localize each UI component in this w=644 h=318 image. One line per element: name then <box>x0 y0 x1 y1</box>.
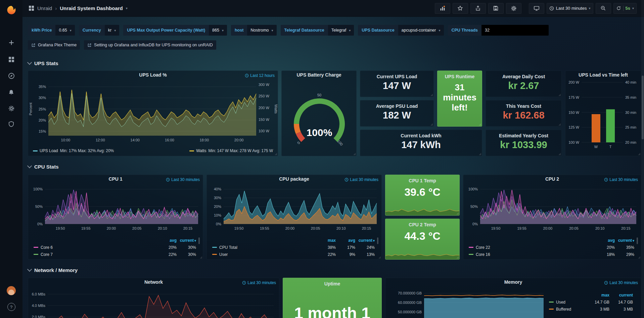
chevron-down-icon: ▾ <box>222 29 224 32</box>
legend-series-toggle[interactable]: User <box>212 252 316 257</box>
refresh-picker[interactable]: 5s ▾ <box>613 3 637 14</box>
panel-title[interactable]: Uptime <box>283 281 381 286</box>
legend-series-toggle[interactable]: Used <box>549 300 586 305</box>
svg-text:200 W: 200 W <box>568 80 579 84</box>
variable-value-dropdown[interactable]: 0.65▾ <box>55 25 75 36</box>
svg-text:100%: 100% <box>307 127 332 138</box>
panel-time-range[interactable]: Last 30 minutes <box>604 177 638 182</box>
panel-title[interactable]: UPS Load % <box>28 72 278 78</box>
legend-scrollbar[interactable] <box>637 237 638 244</box>
link-grafana-plex-theme[interactable]: Grafana Plex Theme <box>28 40 80 50</box>
svg-text:30%: 30% <box>214 196 221 200</box>
star-button[interactable] <box>453 3 468 14</box>
panel-time-range[interactable]: Last 12 hours <box>245 73 275 78</box>
legend-scrollbar[interactable] <box>198 237 200 244</box>
breadcrumb-folder[interactable]: Unraid <box>37 5 52 11</box>
svg-text:60.000000 GB: 60.000000 GB <box>398 301 422 305</box>
add-icon[interactable] <box>0 36 22 49</box>
legend-series-toggle[interactable]: Core 7 <box>34 252 157 257</box>
dashboard-settings-gear-icon[interactable] <box>506 3 521 14</box>
legend-series-toggle[interactable]: UPS Load Min: 17% Max: 32% Avg: 20% <box>33 148 114 153</box>
scrollbar-thumb[interactable] <box>642 76 644 139</box>
panel-title[interactable]: Memory <box>385 279 641 285</box>
panel-title[interactable]: UPS Runtime <box>438 74 482 79</box>
section-network-memory[interactable]: Network / Memory <box>28 266 78 274</box>
link-ups-monitoring-guide[interactable]: Setting up Grafana and InfluxDB for UPS … <box>84 40 216 50</box>
ups-load-chart[interactable]: 15%20%25%30%35%100 W150 W200 W250 W300 W… <box>28 71 278 156</box>
panel-title[interactable]: Current UPS Load <box>360 74 433 79</box>
svg-text:20:15: 20:15 <box>362 226 371 230</box>
dashboards-grid-icon[interactable] <box>29 5 34 11</box>
legend-sort-current[interactable]: current▾ <box>615 238 634 243</box>
variable-ups-max-output: UPS Max Output Power Capacity (Watt) 865… <box>123 25 227 36</box>
panel-time-range[interactable]: Last 30 minutes <box>166 177 200 182</box>
legend-sort-avg[interactable]: avg <box>595 238 615 243</box>
dashboards-icon[interactable] <box>0 53 22 66</box>
refresh-icon[interactable] <box>616 6 621 11</box>
user-avatar[interactable] <box>0 284 22 297</box>
external-link-icon <box>31 43 36 47</box>
cycle-view-monitor-icon[interactable] <box>529 3 544 14</box>
zoom-out-button[interactable] <box>596 3 611 14</box>
save-button[interactable] <box>488 3 504 14</box>
ups-vs-time-chart[interactable]: 100 W125 W150 W175 W200 W20 min25 min30 … <box>565 71 641 156</box>
panel-title[interactable]: Network <box>28 279 279 285</box>
svg-text:100%: 100% <box>33 187 43 191</box>
variable-label: host <box>231 25 247 36</box>
time-range-picker[interactable]: Last 30 minutes ▾ <box>547 3 593 14</box>
section-ups-stats[interactable]: UPS Stats <box>28 59 58 67</box>
explore-compass-icon[interactable] <box>0 69 22 83</box>
legend-series-toggle[interactable]: CPU Total <box>212 245 316 250</box>
series-color-dash <box>189 150 194 151</box>
panel-average-psu-load: Average PSU Load 182 W <box>360 100 434 127</box>
grafana-logo[interactable] <box>0 3 22 17</box>
help-icon[interactable]: ? <box>0 300 22 314</box>
dashboard-title[interactable]: Unraid System Dashboard <box>60 5 123 11</box>
legend-scrollbar[interactable] <box>377 237 378 244</box>
legend-sort-max[interactable]: max <box>316 238 336 243</box>
svg-text:20%: 20% <box>39 118 46 122</box>
variable-value-dropdown[interactable]: Nostromo▾ <box>247 25 276 36</box>
legend-series-toggle[interactable]: Core 16 <box>469 252 595 257</box>
panel-time-range[interactable]: Last 30 minutes <box>344 177 378 182</box>
panel-title[interactable]: Estimated Yearly Cost <box>486 133 561 138</box>
legend-sort-current[interactable]: current▾ <box>355 238 375 243</box>
panel-average-daily-cost: Average Daily Cost kr 2.67 <box>486 71 562 97</box>
panel-title[interactable]: Current Load kWh <box>360 133 482 138</box>
panel-title[interactable]: UPS Battery Charge <box>282 72 356 78</box>
legend-sort-current[interactable]: current <box>609 293 633 298</box>
legend-series-toggle[interactable]: Core 22 <box>469 245 595 250</box>
panel-this-years-cost: This Years Cost kr 162.68 <box>486 100 562 127</box>
cpu-threads-input[interactable]: 32 <box>481 25 549 36</box>
variable-value-dropdown[interactable]: Telegraf▾ <box>328 25 354 36</box>
legend-series-toggle[interactable]: Watts Min: 147 W Max: 278 W Avg: 175 W <box>189 148 273 153</box>
legend-sort-max[interactable]: max <box>586 293 609 298</box>
variable-value-dropdown[interactable]: 865▾ <box>209 25 227 36</box>
configuration-gear-icon[interactable] <box>0 102 22 115</box>
panel-title[interactable]: This Years Cost <box>486 103 561 109</box>
legend-series-toggle[interactable]: Core 6 <box>34 245 157 250</box>
server-admin-shield-icon[interactable] <box>0 117 22 131</box>
breadcrumb-separator: › <box>55 5 57 11</box>
panel-title[interactable]: Average Daily Cost <box>486 74 561 79</box>
add-panel-button[interactable] <box>435 3 450 14</box>
variable-value-dropdown[interactable]: kr▾ <box>105 25 119 36</box>
share-button[interactable] <box>470 3 486 14</box>
panel-title[interactable]: CPU 2 Temp <box>385 222 459 227</box>
clock-icon <box>166 178 170 182</box>
panel-title[interactable]: CPU 1 Temp <box>385 178 459 183</box>
chevron-down-icon[interactable]: ▾ <box>126 6 128 10</box>
legend-sort-current[interactable]: current▾ <box>177 238 196 243</box>
panel-title[interactable]: UPS Load vs Time left <box>565 72 641 78</box>
legend-sort-avg[interactable]: avg <box>336 238 355 243</box>
variable-value-dropdown[interactable]: apcupsd-container▾ <box>398 25 444 36</box>
section-cpu-stats[interactable]: CPU Stats <box>28 163 59 170</box>
alerting-bell-icon[interactable] <box>0 86 22 99</box>
panel-title[interactable]: Average PSU Load <box>360 103 433 109</box>
legend-series-toggle[interactable]: Buffered <box>549 307 586 312</box>
refresh-interval-label[interactable]: 5s <box>626 6 630 11</box>
panel-time-range[interactable]: Last 30 minutes <box>242 280 276 285</box>
panel-time-range[interactable]: Last 30 minutes <box>604 280 638 285</box>
stat-value: 1 month 1 <box>283 304 381 318</box>
legend-sort-avg[interactable]: avg <box>157 238 177 243</box>
